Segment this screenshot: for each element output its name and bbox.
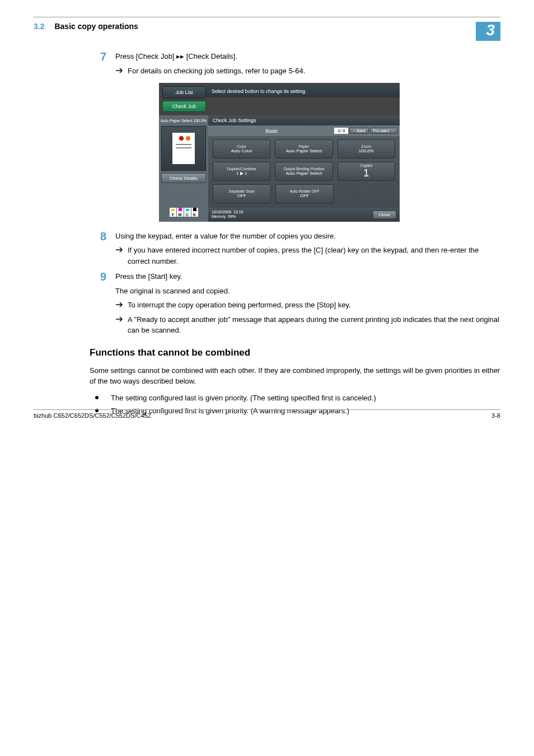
step-9-sub1: To interrupt the copy operation being pe…	[128, 300, 500, 311]
step-number-8: 8	[90, 231, 106, 267]
subsection-paragraph: Some settings cannot be combined with ea…	[90, 365, 500, 387]
arrow-right-icon	[115, 246, 123, 254]
chapter-badge: 3	[476, 22, 500, 41]
arrow-right-icon	[115, 67, 123, 74]
top-message: Select desired button to change its sett…	[206, 85, 400, 97]
arrow-right-icon	[115, 315, 123, 323]
arrow-right-icon	[115, 301, 123, 309]
setting-color[interactable]: ColorAuto Color	[213, 139, 270, 158]
check-job-screenshot: Job List Select desired button to change…	[159, 83, 500, 222]
section-number: 3.2	[34, 22, 44, 31]
step-9-sub2: A "Ready to accept another job" message …	[128, 314, 500, 336]
setting-duplex[interactable]: Duplex/Combine1 ▶ 1	[213, 162, 270, 181]
setting-output[interactable]: Output Binding PositionAuto Paper Select	[275, 162, 332, 181]
setting-copies[interactable]: Copies1	[338, 162, 395, 181]
step-7-text: Press [Check Job] ▸▸ [Check Details].	[115, 51, 500, 62]
footer-page: 3-8	[491, 412, 500, 419]
step-number-7: 7	[90, 51, 106, 76]
page-indicator: 1/ 9	[334, 128, 348, 134]
step-7-sub1: For details on checking job settings, re…	[128, 66, 500, 77]
nav-basic-label: Basic	[210, 128, 333, 134]
tab-check-job[interactable]: Check Job	[162, 101, 206, 112]
setting-zoom[interactable]: Zoom100.0%	[338, 139, 395, 158]
setting-paper[interactable]: PaperAuto Paper Select	[275, 139, 332, 158]
step-8-sub1: If you have entered incorrect number of …	[128, 245, 500, 267]
setting-separate-scan[interactable]: Separate ScanOFF	[213, 184, 271, 203]
panel-title: Check Job Settings	[208, 115, 400, 125]
subsection-heading: Functions that cannot be combined	[90, 347, 500, 358]
forward-button[interactable]: For-ward →	[370, 128, 397, 134]
footer-model: bizhub C652/C652DS/C552/C552DS/C452	[34, 412, 151, 419]
tab-job-list[interactable]: Job List	[162, 86, 206, 99]
step-8-text: Using the keypad, enter a value for the …	[115, 231, 500, 242]
section-title: Basic copy operations	[54, 22, 138, 31]
preview-thumbnail	[161, 126, 206, 171]
auto-paper-label: Auto Paper Select 100.0%	[160, 118, 207, 124]
bullet-1: The setting configured last is given pri…	[111, 393, 500, 404]
back-button[interactable]: ←Back	[349, 128, 369, 134]
status-datetime: 10/10/2008 13:10 Memory 99%	[212, 210, 243, 220]
close-button[interactable]: Close	[373, 211, 396, 219]
step-9-note: The original is scanned and copied.	[115, 286, 500, 297]
step-9-text: Press the [Start] key.	[115, 271, 500, 282]
bullet-icon	[95, 396, 99, 399]
toner-levels: Y M C K	[170, 205, 198, 220]
step-number-9: 9	[90, 271, 106, 336]
setting-auto-rotate[interactable]: Auto Rotate OFFOFF	[275, 184, 334, 203]
check-details-button[interactable]: Check Details	[161, 173, 206, 183]
